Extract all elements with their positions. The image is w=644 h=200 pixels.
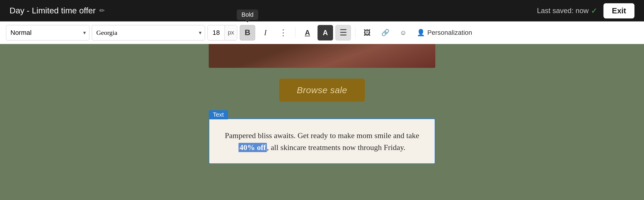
toolbar-divider-1 <box>295 27 295 38</box>
text-body: Pampered bliss awaits. Get ready to make… <box>225 131 419 140</box>
edit-icon[interactable]: ✏ <box>99 7 105 15</box>
image-strip <box>209 44 435 68</box>
main-content: Browse sale Text Pampered bliss awaits. … <box>0 44 644 200</box>
font-bg-button[interactable]: A <box>318 25 333 40</box>
personalization-label: Personalization <box>427 29 472 37</box>
bold-icon: B <box>245 28 250 37</box>
font-color-icon: A <box>305 29 310 37</box>
page-title-area: Day - Limited time offer ✏ <box>10 6 105 15</box>
bold-button[interactable]: B <box>240 25 255 40</box>
bold-tooltip-wrapper: Bold B <box>240 25 255 40</box>
font-color-button[interactable]: A <box>300 25 315 40</box>
text-block[interactable]: Pampered bliss awaits. Get ready to make… <box>209 118 435 164</box>
style-select-wrapper[interactable]: Normal Heading 1 Heading 2 ▾ <box>6 25 89 40</box>
image-icon: 🖼 <box>364 29 371 37</box>
emoji-button[interactable]: ☺ <box>395 25 411 40</box>
highlighted-text: 40% off <box>239 143 267 152</box>
text-block-label[interactable]: Text <box>209 110 228 119</box>
font-size-unit: px <box>225 25 237 40</box>
text-block-wrapper: Text Pampered bliss awaits. Get ready to… <box>209 110 435 164</box>
text-content: Pampered bliss awaits. Get ready to make… <box>224 130 420 154</box>
font-bg-icon: A <box>323 29 328 37</box>
font-size-input[interactable] <box>208 25 225 40</box>
font-select-wrapper[interactable]: Georgia Arial Times New Roman ▾ <box>92 25 205 40</box>
more-icon: ⋮ <box>279 28 288 38</box>
editor-toolbar: Normal Heading 1 Heading 2 ▾ Georgia Ari… <box>0 21 644 44</box>
italic-icon: I <box>264 28 267 37</box>
emoji-icon: ☺ <box>400 29 406 37</box>
more-options-button[interactable]: ⋮ <box>275 25 291 40</box>
align-icon: ☰ <box>340 28 347 38</box>
top-bar-right: Last saved: now ✓ Exit <box>537 3 634 18</box>
browse-sale-button[interactable]: Browse sale <box>279 79 365 102</box>
link-icon: 🔗 <box>381 29 389 37</box>
italic-button[interactable]: I <box>258 25 273 40</box>
font-select[interactable]: Georgia Arial Times New Roman <box>92 25 205 40</box>
toolbar-divider-2 <box>355 27 355 38</box>
last-saved-status: Last saved: now ✓ <box>537 6 597 15</box>
check-icon: ✓ <box>591 6 597 15</box>
image-button[interactable]: 🖼 <box>360 25 375 40</box>
align-button[interactable]: ☰ <box>335 25 351 40</box>
personalization-button[interactable]: 👤 Personalization <box>413 25 476 40</box>
style-select[interactable]: Normal Heading 1 Heading 2 <box>6 25 89 40</box>
link-button[interactable]: 🔗 <box>377 25 393 40</box>
content-column: Browse sale Text Pampered bliss awaits. … <box>209 44 435 164</box>
page-title: Day - Limited time offer <box>10 6 96 15</box>
exit-button[interactable]: Exit <box>603 3 634 18</box>
bold-tooltip: Bold <box>237 10 258 20</box>
person-icon: 👤 <box>417 29 425 37</box>
font-size-group: px <box>208 25 237 40</box>
top-bar: Day - Limited time offer ✏ Last saved: n… <box>0 0 644 21</box>
text-rest: , all skincare treatments now through Fr… <box>267 143 405 152</box>
